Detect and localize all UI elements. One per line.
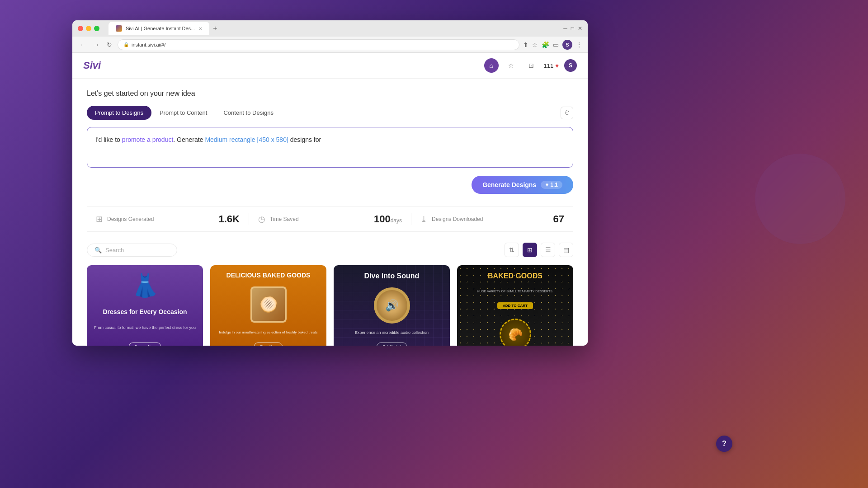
credits-cost-value: 1.1 (550, 182, 558, 188)
sidebar-icon[interactable]: ▭ (553, 41, 559, 48)
designs-downloaded-value: 67 (553, 213, 564, 225)
browser-toolbar: ← → ↻ 🔒 instant.sivi.ai/#/ ⬆ ☆ 🧩 ▭ S ⋮ (72, 37, 588, 53)
heart-icon: ♥ (555, 62, 559, 69)
designs-generated-value: 1.6K (219, 213, 240, 225)
back-button[interactable]: ← (78, 40, 88, 49)
credits-badge: 111 ♥ (544, 62, 559, 69)
share-icon[interactable]: ⬆ (523, 41, 528, 48)
card4-title: BAKED GOODS (488, 272, 542, 280)
designs-generated-number: 1.6K (219, 213, 240, 225)
credits-cost-badge: ♥ 1.1 (541, 181, 562, 189)
app-main: Let's get started on your new idea Promp… (72, 79, 588, 346)
shopping-button[interactable]: ⊡ (524, 58, 538, 73)
size-link[interactable]: Medium rectangle [450 x 580] (205, 136, 288, 143)
browser-close-icon[interactable]: ✕ (578, 25, 582, 32)
history-icon[interactable]: ⏱ (561, 107, 573, 119)
app-header: Sivi ⌂ ☆ ⊡ 111 ♥ S (72, 53, 588, 79)
decorative-circle (755, 154, 845, 244)
minimize-window-button[interactable] (86, 26, 91, 31)
user-avatar[interactable]: S (564, 59, 577, 72)
card2-desc: Indulge in our mouthwatering selection o… (219, 330, 318, 335)
card2-background: DELICIOUS BAKED GOODS 🫓 Indulge in our m… (210, 265, 326, 346)
prompt-tabs: Prompt to Designs Prompt to Content Cont… (87, 106, 573, 120)
card1-button[interactable]: Browse Now (129, 343, 161, 346)
card1-subtitle: From casual to formal, we have the perfe… (94, 325, 196, 331)
toolbar-icons: ⬆ ☆ 🧩 ▭ S ⋮ (523, 40, 582, 50)
generate-designs-button[interactable]: Generate Designs ♥ 1.1 (472, 176, 573, 194)
tab-prompt-to-designs[interactable]: Prompt to Designs (87, 106, 151, 120)
address-bar[interactable]: 🔒 instant.sivi.ai/#/ (118, 39, 519, 50)
bookmark-icon[interactable]: ☆ (532, 41, 538, 48)
maximize-window-button[interactable] (94, 26, 99, 31)
generate-row: Generate Designs ♥ 1.1 (87, 176, 573, 194)
time-saved-icon: ◷ (258, 214, 265, 224)
help-button[interactable]: ? (716, 436, 732, 452)
home-button[interactable]: ⌂ (484, 58, 499, 73)
search-icon: 🔍 (94, 247, 102, 253)
stat-designs-generated: ⊞ Designs Generated 1.6K (87, 213, 249, 225)
design-image-1: 👗 Dresses for Every Occasion From casual… (87, 265, 203, 346)
dress-icon: 👗 (131, 272, 159, 299)
heart-cost-icon: ♥ (545, 182, 548, 188)
card3-button[interactable]: Get Started (377, 343, 407, 346)
browser-minimize-icon[interactable]: ─ (563, 25, 567, 32)
designs-downloaded-label: Designs Downloaded (432, 216, 483, 222)
prompt-middle: . Generate (173, 136, 205, 143)
food-plate-icon: 🫓 (250, 286, 287, 323)
promote-product-link[interactable]: promote a product (122, 136, 174, 143)
sort-button[interactable]: ⇅ (505, 243, 519, 257)
star-button[interactable]: ☆ (504, 58, 519, 73)
list-view-button[interactable]: ☰ (541, 243, 555, 257)
close-window-button[interactable] (78, 26, 83, 31)
tab-close-button[interactable]: ✕ (198, 26, 202, 31)
prompt-input-container[interactable]: I'd like to promote a product. Generate … (87, 127, 573, 168)
browser-profile-avatar[interactable]: S (562, 40, 572, 50)
prompt-prefix: I'd like to (95, 136, 122, 143)
card4-subtitle: HUGE VARIETY OF SMALL TEA PARTY DESSERTS… (477, 290, 553, 293)
refresh-button[interactable]: ↻ (105, 40, 114, 49)
card4-button[interactable]: ADD TO CART (497, 302, 533, 309)
design-card-3[interactable]: Dive into Sound 🔊 Experience an incredib… (334, 265, 450, 346)
card3-desc: Experience an incredible audio collectio… (355, 330, 429, 336)
tab-content-to-designs[interactable]: Content to Designs (215, 106, 282, 120)
time-saved-number: 100 (374, 213, 391, 225)
tab-prompt-to-content[interactable]: Prompt to Content (151, 106, 216, 120)
design-card-1[interactable]: 👗 Dresses for Every Occasion From casual… (87, 265, 203, 346)
prompt-suffix: designs for (288, 136, 321, 143)
app-content: Sivi ⌂ ☆ ⊡ 111 ♥ S Let's get started on … (72, 53, 588, 346)
search-box[interactable]: 🔍 Search (87, 244, 177, 257)
new-tab-button[interactable]: + (209, 24, 221, 33)
tab-favicon (116, 25, 122, 32)
browser-titlebar: Sivi AI | Generate Instant Des... ✕ + ─ … (72, 20, 588, 37)
designs-generated-icon: ⊞ (96, 214, 103, 224)
browser-tabs: Sivi AI | Generate Instant Des... ✕ + (108, 22, 221, 35)
card2-title: DELICIOUS BAKED GOODS (226, 272, 311, 279)
designs-downloaded-icon: ⤓ (420, 214, 427, 224)
design-image-2: DELICIOUS BAKED GOODS 🫓 Indulge in our m… (210, 265, 326, 346)
card1-title: Dresses for Every Occasion (103, 308, 187, 316)
page-title: Let's get started on your new idea (87, 89, 573, 98)
header-actions: ⌂ ☆ ⊡ 111 ♥ S (484, 58, 577, 73)
generate-label: Generate Designs (482, 181, 536, 188)
card3-background: Dive into Sound 🔊 Experience an incredib… (334, 265, 450, 346)
active-tab[interactable]: Sivi AI | Generate Instant Des... ✕ (108, 22, 209, 35)
menu-icon[interactable]: ⋮ (576, 41, 582, 48)
design-card-4[interactable]: BAKED GOODS HUGE VARIETY OF SMALL TEA PA… (457, 265, 573, 346)
card3-title: Dive into Sound (364, 272, 420, 280)
browser-window: Sivi AI | Generate Instant Des... ✕ + ─ … (72, 20, 588, 346)
forward-button[interactable]: → (91, 40, 101, 49)
design-image-4: BAKED GOODS HUGE VARIETY OF SMALL TEA PA… (457, 265, 573, 346)
app-logo: Sivi (83, 60, 101, 71)
time-saved-value: 100days (374, 213, 402, 225)
extensions-icon[interactable]: 🧩 (542, 41, 549, 48)
grid-view-button[interactable]: ⊞ (523, 243, 537, 257)
card3-circle: 🔊 (374, 287, 410, 324)
design-card-2[interactable]: DELICIOUS BAKED GOODS 🫓 Indulge in our m… (210, 265, 326, 346)
design-gallery: 👗 Dresses for Every Occasion From casual… (87, 265, 573, 346)
compact-view-button[interactable]: ▤ (559, 243, 573, 257)
browser-maximize-icon[interactable]: □ (571, 25, 574, 32)
card2-button[interactable]: Shop Now (254, 343, 283, 346)
tab-title: Sivi AI | Generate Instant Des... (126, 26, 195, 31)
stat-designs-downloaded: ⤓ Designs Downloaded 67 (411, 213, 573, 225)
view-controls: ⇅ ⊞ ☰ ▤ (505, 243, 573, 257)
